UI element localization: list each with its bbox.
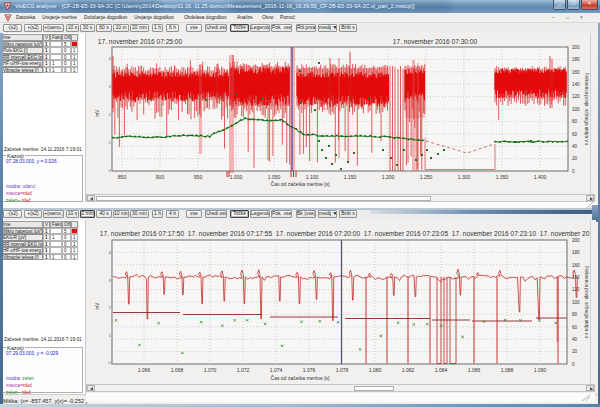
svg-text:17. november 2016 07:23:10: 17. november 2016 07:23:10	[452, 230, 537, 237]
svg-text:Frekvenca povpr. srčnega utrip: Frekvenca povpr. srčnega utripa v s	[584, 266, 589, 339]
svg-text:17. november 2016 07:23:05: 17. november 2016 07:23:05	[364, 230, 449, 237]
svg-text:1.086: 1.086	[468, 367, 481, 373]
svg-text:Čas od začetka meritve [s]: Čas od začetka meritve [s]	[271, 375, 331, 381]
svg-text:0: 0	[572, 169, 575, 174]
svg-text:1.100: 1.100	[306, 174, 319, 180]
svg-text:20: 20	[572, 349, 578, 354]
svg-text:1.400: 1.400	[534, 174, 547, 180]
svg-text:180: 180	[572, 250, 580, 255]
svg-text:1.078: 1.078	[336, 367, 349, 373]
svg-text:180: 180	[572, 57, 580, 62]
svg-text:1.072: 1.072	[237, 367, 250, 373]
svg-text:1.090: 1.090	[534, 367, 547, 373]
svg-text:40: 40	[572, 337, 578, 342]
svg-text:1.066: 1.066	[138, 367, 151, 373]
svg-text:1.070: 1.070	[204, 367, 217, 373]
svg-text:120: 120	[572, 94, 580, 99]
svg-text:20: 20	[572, 156, 578, 161]
svg-text:140: 140	[572, 82, 580, 87]
svg-text:60: 60	[572, 132, 578, 137]
svg-text:1.000: 1.000	[230, 174, 243, 180]
svg-text:1.300: 1.300	[458, 174, 471, 180]
svg-text:17. november 2016 07:26:15: 17. november 2016 07:26:15	[540, 230, 592, 237]
svg-text:1.200: 1.200	[382, 174, 395, 180]
svg-text:40: 40	[572, 144, 578, 149]
svg-text:100: 100	[572, 107, 580, 112]
svg-text:1.050: 1.050	[268, 174, 281, 180]
svg-text:850: 850	[118, 174, 127, 180]
svg-text:1.080: 1.080	[369, 367, 382, 373]
svg-text:17. november 2016 07:30:00: 17. november 2016 07:30:00	[393, 38, 478, 45]
svg-text:1.350: 1.350	[496, 174, 509, 180]
svg-text:80: 80	[572, 119, 578, 124]
svg-text:80: 80	[572, 312, 578, 317]
svg-text:900: 900	[156, 174, 165, 180]
svg-text:Čas od začetka meritve [s]: Čas od začetka meritve [s]	[271, 181, 331, 187]
svg-text:1.150: 1.150	[344, 174, 357, 180]
svg-text:17. november 2016 07:25:00: 17. november 2016 07:25:00	[98, 38, 183, 45]
svg-text:1.084: 1.084	[435, 367, 448, 373]
svg-text:950: 950	[194, 174, 203, 180]
svg-text:1.074: 1.074	[270, 367, 283, 373]
svg-text:1.088: 1.088	[501, 367, 514, 373]
svg-text:1.068: 1.068	[171, 367, 184, 373]
svg-text:60: 60	[572, 325, 578, 330]
svg-text:17. november 2016 07:17:55: 17. november 2016 07:17:55	[188, 230, 273, 237]
svg-text:mV: mV	[95, 109, 100, 117]
svg-text:17. november 2016 07:20:00: 17. november 2016 07:20:00	[276, 230, 361, 237]
svg-text:200: 200	[572, 238, 580, 243]
svg-text:Frekvenca povpr. srčnega utrip: Frekvenca povpr. srčnega utripa v s	[584, 73, 589, 146]
svg-text:100: 100	[572, 300, 580, 305]
svg-text:1.250: 1.250	[420, 174, 433, 180]
svg-text:17. november 2016 07:17:50: 17. november 2016 07:17:50	[100, 230, 185, 237]
svg-text:200: 200	[572, 45, 580, 50]
svg-text:160: 160	[572, 70, 580, 75]
svg-text:160: 160	[572, 263, 580, 268]
svg-text:0: 0	[572, 362, 575, 367]
svg-text:1.076: 1.076	[303, 367, 316, 373]
svg-text:mV: mV	[95, 302, 100, 310]
svg-text:1.082: 1.082	[402, 367, 415, 373]
